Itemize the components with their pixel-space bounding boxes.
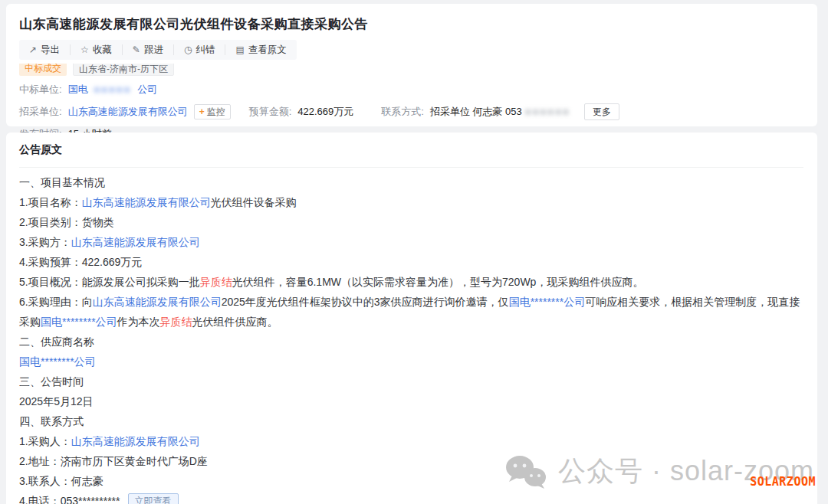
export-icon: ↗ (29, 45, 37, 54)
text-segment: 作为本次 (117, 316, 160, 328)
text-segment: ●●●●●● (525, 106, 570, 117)
text-segment: 1.采购人： (19, 435, 71, 447)
page-title: 山东高速能源发展有限公司光伏组件设备采购直接采购公告 (19, 15, 803, 33)
report-error-label: 纠错 (196, 44, 215, 57)
winner-company-link[interactable]: 国电 ●●●●● 公司 (68, 83, 158, 97)
inline-link[interactable]: 山东高速能源发展有限公司 (93, 296, 222, 308)
procurer-label: 招采单位: (19, 105, 62, 119)
solarzoom-watermark: SOLARZOOM (750, 475, 816, 489)
report-error-button[interactable]: ◷ 纠错 (174, 40, 225, 60)
announcement-paragraph: 三、公告时间 (19, 371, 803, 391)
badge-row: 中标成交 山东省-济南市-历下区 (19, 64, 803, 76)
text-segment: 4.电话：053********** (19, 495, 120, 504)
announcement-paragraph: 国电********公司 (19, 352, 803, 371)
favorite-label: 收藏 (93, 44, 112, 57)
text-segment: 光伏组件，容量6.1MW（以实际需求容量为准），型号为720Wp，现采购组件供应… (232, 276, 644, 288)
text-segment: 招采单位 何志豪 053 (430, 106, 522, 117)
text-segment: 异质结 (160, 316, 192, 328)
winner-row: 中标单位: 国电 ●●●●● 公司 (19, 83, 803, 97)
contact-label: 联系方式: (381, 105, 424, 119)
view-original-button[interactable]: ▤ 查看原文 (225, 40, 296, 60)
contact-value: 招采单位 何志豪 053●●●●●● (430, 105, 573, 119)
follow-button[interactable]: ✎ 跟进 (123, 40, 173, 60)
view-now-button[interactable]: 立即查看 (128, 493, 179, 504)
favorite-button[interactable]: ☆ 收藏 (71, 40, 122, 60)
announcement-paragraph: 1.项目名称：山东高速能源发展有限公司光伏组件设备采购 (19, 192, 803, 212)
text-segment: 3.联系人：何志豪 (19, 475, 104, 487)
text-segment: 异质结 (200, 276, 232, 288)
divider (19, 167, 803, 168)
star-icon: ☆ (80, 45, 89, 54)
announcement-paragraph: 二、供应商名称 (19, 332, 803, 352)
announcement-paragraph: 4.采购预算：422.669万元 (19, 252, 803, 272)
text-segment: 4.采购预算：422.669万元 (19, 256, 142, 268)
announcement-paragraph: 4.电话：053**********立即查看 (19, 491, 803, 504)
inline-link[interactable]: 国电********公司 (19, 355, 96, 368)
winner-label: 中标单位: (19, 83, 62, 97)
procurer-row: 招采单位: 山东高速能源发展有限公司 + 监控 预算金额: 422.669万元 … (19, 103, 803, 120)
export-button[interactable]: ↗ 导出 (19, 40, 70, 60)
text-segment: 1.项目名称： (19, 196, 82, 208)
plus-icon: + (199, 106, 205, 117)
announcement-header-card: 山东高速能源发展有限公司光伏组件设备采购直接采购公告 ↗ 导出 ☆ 收藏 ✎ 跟… (6, 4, 817, 126)
text-segment: 光伏组件设备采购 (211, 196, 297, 208)
inline-link[interactable]: 国电 (68, 83, 91, 95)
text-segment: 2.项目类别：货物类 (19, 216, 114, 228)
monitor-label: 监控 (207, 106, 225, 119)
inline-link[interactable]: 国电********公司 (509, 296, 586, 308)
budget-label: 预算金额: (249, 105, 292, 119)
text-segment: 光伏组件供应商。 (192, 316, 278, 328)
budget-value: 422.669万元 (297, 105, 353, 119)
procurer-company-link[interactable]: 山东高速能源发展有限公司 (68, 105, 188, 119)
text-segment: 2025年5月12日 (19, 395, 94, 407)
announcement-paragraph: 6.采购理由：向山东高速能源发展有限公司2025年度光伏组件框架协议中的3家供应… (19, 292, 803, 332)
announcement-paragraph: 2.项目类别：货物类 (19, 212, 803, 232)
clock-icon: ◷ (184, 45, 192, 54)
more-group: 更多 (584, 103, 619, 120)
more-button[interactable]: 更多 (584, 103, 619, 120)
text-segment: 3.采购方： (19, 236, 71, 248)
announcement-paragraph: 5.项目概况：能源发展公司拟采购一批异质结光伏组件，容量6.1MW（以实际需求容… (19, 272, 803, 292)
announcement-body-card: 公告原文 一、项目基本情况 1.项目名称：山东高速能源发展有限公司光伏组件设备采… (6, 133, 817, 504)
text-segment: ●●●●● (94, 83, 131, 95)
inline-link[interactable]: 山东高速能源发展有限公司 (71, 236, 200, 248)
announcement-paragraph: 四、联系方式 (19, 411, 803, 431)
text-segment: 6.采购理由：向 (19, 296, 93, 308)
text-segment: 四、联系方式 (19, 415, 84, 427)
text-segment: 一、项目基本情况 (19, 176, 105, 188)
announcement-paragraph: 3.联系人：何志豪 (19, 471, 803, 491)
inline-link[interactable]: 山东高速能源发展有限公司 (71, 435, 200, 447)
announcement-text: 一、项目基本情况 1.项目名称：山东高速能源发展有限公司光伏组件设备采购 2.项… (19, 172, 803, 504)
text-segment: 二、供应商名称 (19, 335, 94, 348)
inline-link[interactable]: 山东高速能源发展有限公司 (82, 196, 211, 208)
announcement-paragraph: 3.采购方：山东高速能源发展有限公司 (19, 232, 803, 252)
inline-link[interactable]: 公司 (135, 83, 158, 95)
monitor-button[interactable]: + 监控 (194, 104, 231, 119)
announcement-paragraph: 2025年5月12日 (19, 391, 803, 411)
budget-group: 预算金额: 422.669万元 (249, 105, 354, 119)
announcement-paragraph: 一、项目基本情况 (19, 172, 803, 192)
contact-group: 联系方式: 招采单位 何志豪 053●●●●●● (381, 105, 573, 119)
section-title: 公告原文 (19, 143, 803, 157)
pencil-icon: ✎ (133, 45, 140, 54)
toolbar: ↗ 导出 ☆ 收藏 ✎ 跟进 ◷ 纠错 ▤ 查看原文 (19, 40, 297, 60)
announcement-paragraph: 2.地址：济南市历下区黄金时代广场D座 (19, 451, 803, 471)
region-badge: 山东省-济南市-历下区 (73, 64, 174, 76)
document-icon: ▤ (235, 45, 244, 54)
text-segment: 三、公告时间 (19, 375, 84, 388)
procurer-group: 招采单位: 山东高速能源发展有限公司 + 监控 (19, 104, 231, 119)
text-segment: 2.地址：济南市历下区黄金时代广场D座 (19, 455, 208, 467)
view-original-label: 查看原文 (248, 44, 287, 57)
announcement-paragraph: 1.采购人：山东高速能源发展有限公司 (19, 431, 803, 451)
export-label: 导出 (41, 44, 60, 57)
status-badge: 中标成交 (19, 64, 67, 76)
text-segment: 5.项目概况：能源发展公司拟采购一批 (19, 276, 200, 288)
inline-link[interactable]: 国电********公司 (41, 316, 117, 328)
follow-label: 跟进 (144, 44, 163, 57)
text-segment: 2025年度光伏组件框架协议中的3家供应商进行询价邀请，仅 (222, 296, 509, 308)
